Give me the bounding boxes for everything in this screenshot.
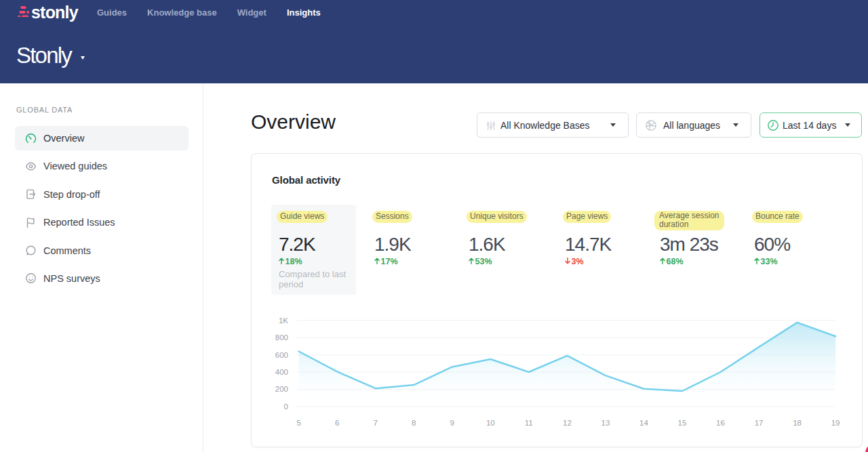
svg-text:1K: 1K [279,316,288,325]
svg-text:15: 15 [678,419,687,427]
svg-text:13: 13 [601,419,610,427]
svg-text:11: 11 [525,419,533,427]
svg-text:8: 8 [412,419,416,427]
svg-text:400: 400 [275,368,288,376]
svg-text:17: 17 [755,419,764,427]
svg-text:19: 19 [831,419,840,427]
svg-text:18: 18 [793,419,802,427]
svg-text:600: 600 [275,351,288,359]
svg-text:800: 800 [275,333,288,342]
svg-text:10: 10 [486,419,495,427]
svg-text:200: 200 [275,385,288,393]
svg-text:6: 6 [335,419,339,427]
svg-text:9: 9 [450,419,454,427]
svg-text:0: 0 [284,403,288,411]
svg-text:7: 7 [373,419,377,427]
svg-text:12: 12 [563,419,572,427]
svg-text:16: 16 [716,419,725,427]
svg-text:14: 14 [639,419,648,427]
svg-text:5: 5 [296,419,300,427]
